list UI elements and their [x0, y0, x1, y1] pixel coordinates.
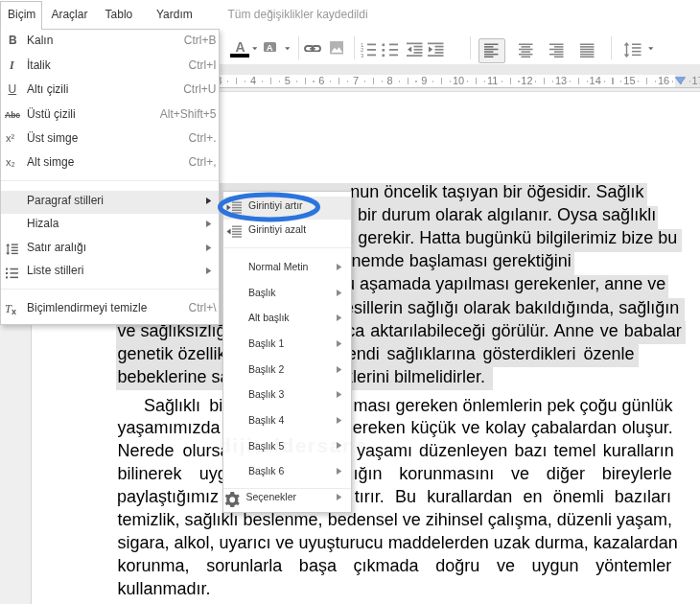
svg-text:3: 3 [361, 53, 364, 58]
